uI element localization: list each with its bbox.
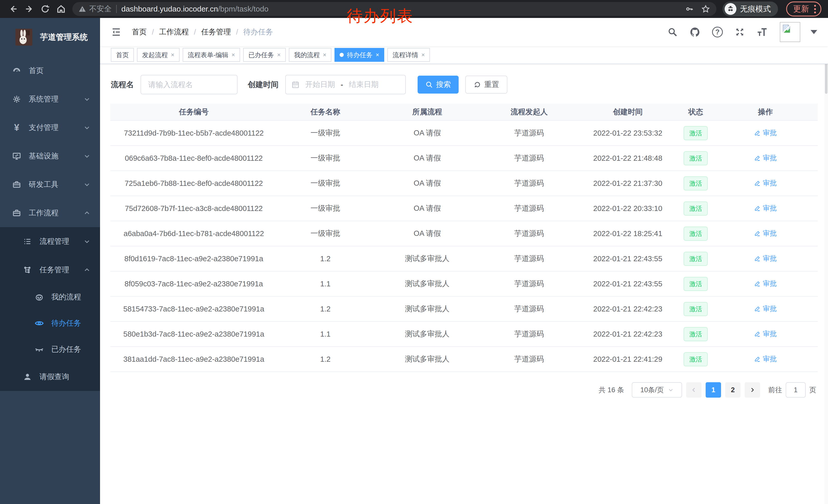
sidebar-item-system[interactable]: 系统管理 (0, 85, 100, 113)
tab-label: 首页 (116, 51, 129, 59)
search-button[interactable]: 搜索 (418, 76, 459, 94)
approve-link[interactable]: 审批 (754, 254, 777, 263)
cell-starter: 芋道源码 (481, 196, 577, 221)
tab-my-process[interactable]: 我的流程× (289, 48, 331, 62)
fullscreen-icon[interactable] (735, 27, 745, 37)
sidebar-logo[interactable]: 芋道管理系统 (0, 18, 100, 56)
sidebar-item-leave-query[interactable]: 请假查询 (0, 363, 100, 391)
approve-link[interactable]: 审批 (754, 128, 777, 137)
home-icon[interactable] (54, 2, 68, 16)
approve-link[interactable]: 审批 (754, 229, 777, 238)
forward-icon[interactable] (23, 2, 36, 16)
browser-menu-dots-icon[interactable] (814, 5, 816, 13)
bookmark-star-icon[interactable] (701, 4, 710, 13)
close-icon[interactable]: × (277, 51, 281, 58)
sidebar-item-label: 我的流程 (51, 292, 81, 302)
cell-process: 测试多审批人 (373, 347, 481, 372)
sidebar-item-task-mgmt[interactable]: 任务管理 (0, 256, 100, 284)
edit-pencil-icon (754, 330, 761, 337)
sidebar-item-payment[interactable]: ¥ 支付管理 (0, 113, 100, 142)
table-row: 381aa1dd-7ac8-11ec-a9e2-a2380e71991a 1.2… (110, 347, 818, 372)
status-badge: 激活 (684, 151, 708, 165)
date-range-input[interactable]: 开始日期 - 结束日期 (285, 75, 406, 94)
monitor-icon (11, 151, 22, 161)
cell-create-time: 2022-01-22 21:37:30 (577, 171, 678, 196)
sidebar-item-home[interactable]: 首页 (0, 56, 100, 85)
close-icon[interactable]: × (323, 51, 326, 58)
sidebar-item-label: 请假查询 (40, 372, 69, 382)
reset-button[interactable]: 重置 (465, 76, 507, 94)
tab-label: 流程表单-编辑 (188, 51, 228, 59)
tab-home[interactable]: 首页 (111, 48, 134, 62)
edit-pencil-icon (754, 130, 761, 136)
table-row: 580e1b3d-7ac8-11ec-a9e2-a2380e71991a 1.1… (110, 321, 818, 347)
prev-page-button[interactable] (686, 382, 702, 398)
caret-down-icon[interactable] (811, 30, 817, 34)
tab-start-process[interactable]: 发起流程× (137, 48, 179, 62)
approve-link[interactable]: 审批 (754, 354, 777, 364)
close-icon[interactable]: × (232, 51, 235, 58)
process-name-input[interactable] (140, 75, 238, 94)
edit-pencil-icon (754, 356, 761, 362)
goto-page-input[interactable] (786, 382, 806, 398)
approve-link[interactable]: 审批 (754, 329, 777, 338)
cell-task-name: 1.1 (277, 271, 373, 296)
cell-task-name: 1.2 (277, 347, 373, 372)
sidebar-item-my-process[interactable]: 我的流程 (0, 284, 100, 310)
cell-starter: 芋道源码 (481, 221, 577, 246)
github-icon[interactable] (690, 27, 700, 37)
reload-icon[interactable] (38, 2, 52, 16)
url-text[interactable]: dashboard.yudao.iocoder.cn/bpm/task/todo (121, 5, 268, 13)
page-button-1[interactable]: 1 (706, 382, 721, 398)
tab-todo-tasks[interactable]: 待办任务× (334, 48, 384, 62)
incognito-badge: 无痕模式 (722, 2, 778, 16)
avatar[interactable] (780, 22, 800, 42)
not-secure-warning[interactable]: 不安全 (79, 4, 112, 14)
cell-task-name: 一级审批 (277, 146, 373, 171)
sidebar-collapse-icon[interactable] (111, 27, 122, 37)
cell-task-id: 725a1eb6-7b88-11ec-8ef0-acde48001122 (110, 171, 277, 196)
approve-link[interactable]: 审批 (754, 304, 777, 313)
close-icon[interactable]: × (171, 51, 174, 58)
cell-task-id: 381aa1dd-7ac8-11ec-a9e2-a2380e71991a (110, 347, 277, 372)
tab-form-edit[interactable]: 流程表单-编辑× (182, 48, 240, 62)
font-size-icon[interactable] (757, 27, 768, 37)
edit-pencil-icon (754, 230, 761, 237)
breadcrumb-item[interactable]: 首页 (132, 27, 147, 37)
cell-process: 测试多审批人 (373, 271, 481, 296)
approve-link[interactable]: 审批 (754, 153, 777, 163)
page-size-select[interactable]: 10条/页 (632, 382, 682, 398)
next-page-button[interactable] (745, 382, 760, 398)
back-icon[interactable] (7, 2, 20, 16)
breadcrumb-item[interactable]: 工作流程 (159, 27, 189, 37)
omnibox-divider (116, 5, 117, 13)
key-icon[interactable] (685, 5, 694, 13)
sidebar-item-label: 基础设施 (29, 151, 58, 161)
status-badge: 激活 (684, 327, 708, 341)
sidebar-item-devtools[interactable]: 研发工具 (0, 170, 100, 199)
sidebar-item-process-mgmt[interactable]: 流程管理 (0, 227, 100, 256)
approve-link[interactable]: 审批 (754, 203, 777, 213)
cell-process: 测试多审批人 (373, 321, 481, 347)
tab-process-detail[interactable]: 流程详情× (387, 48, 430, 62)
search-icon[interactable] (667, 27, 678, 37)
tab-done-tasks[interactable]: 已办任务× (243, 48, 286, 62)
goto-label: 前往 (768, 385, 782, 395)
breadcrumb-item[interactable]: 任务管理 (201, 27, 231, 37)
window-scrollbar[interactable] (824, 18, 828, 504)
close-icon[interactable]: × (376, 51, 379, 58)
page-button-2[interactable]: 2 (725, 382, 741, 398)
browser-update-button[interactable]: 更新 (786, 2, 821, 16)
close-icon[interactable]: × (421, 51, 425, 58)
approve-link[interactable]: 审批 (754, 178, 777, 188)
sidebar-item-todo-tasks[interactable]: 待办任务 (0, 310, 100, 336)
sidebar-item-workflow[interactable]: 工作流程 (0, 199, 100, 227)
filter-form: 流程名 创建时间 开始日期 - 结束日期 搜索 重置 (100, 64, 828, 103)
sidebar-item-infra[interactable]: 基础设施 (0, 142, 100, 170)
tab-label: 我的流程 (294, 51, 320, 59)
approve-link[interactable]: 审批 (754, 279, 777, 288)
cell-task-id: 580e1b3d-7ac8-11ec-a9e2-a2380e71991a (110, 321, 277, 347)
cell-process: OA 请假 (373, 146, 481, 171)
sidebar-item-done-tasks[interactable]: 已办任务 (0, 336, 100, 363)
help-icon[interactable]: ? (712, 27, 723, 37)
